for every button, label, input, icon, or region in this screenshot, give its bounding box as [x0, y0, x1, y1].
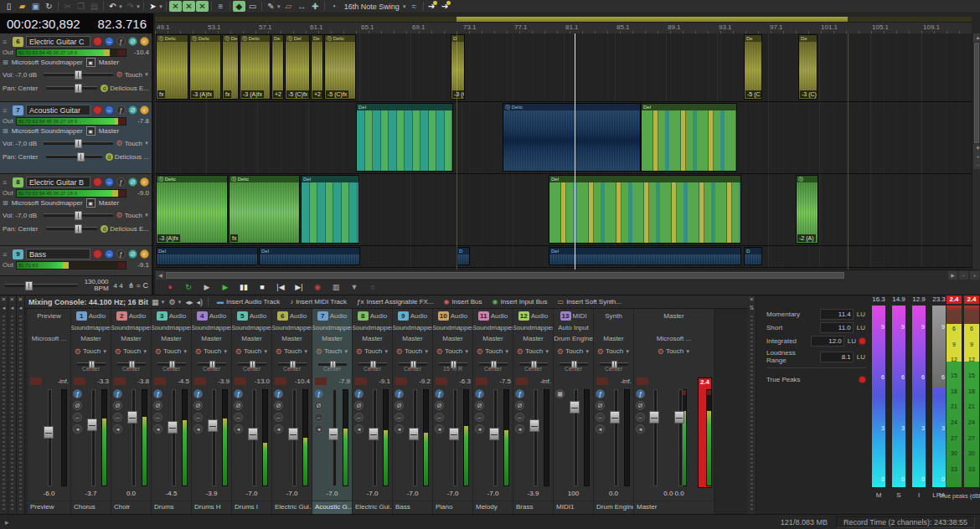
strip-name-label[interactable]: Electric Gui...	[353, 501, 392, 514]
record-arm-button[interactable]	[93, 105, 102, 115]
mixer-strip-electric-gui-[interactable]: 8AudioSoundmapperMaster⚙Touch▼Center-9.1…	[353, 309, 393, 514]
collapse-dock-icon[interactable]: ◂	[17, 304, 24, 312]
strip-automation-gear-icon[interactable]: ⚙	[235, 347, 242, 356]
strip-fader-value[interactable]: -6.0	[28, 490, 70, 500]
strip-peak-value[interactable]: -9.2	[419, 377, 431, 385]
key-display[interactable]: ⋔ = C	[128, 281, 148, 290]
record-arm-button[interactable]	[93, 177, 102, 187]
strip-automation-caret[interactable]: ▼	[625, 349, 630, 354]
strip-pan-row[interactable]: Center	[594, 358, 633, 377]
strip-mute-icon[interactable]: –	[435, 413, 444, 422]
strip-output-row[interactable]: Master	[111, 333, 151, 344]
strip-automation-gear-icon[interactable]: ⚙	[195, 347, 202, 356]
envelope-draw-tool-icon[interactable]: ✕	[196, 1, 209, 12]
audio-clip[interactable]: De-3 (C)	[798, 34, 818, 100]
open-folder-icon[interactable]: ▰	[16, 1, 28, 12]
strip-input-row[interactable]: Soundmapper	[192, 322, 231, 333]
vol-value[interactable]: -7,0 dB	[15, 140, 40, 147]
record-device-label[interactable]: Microsoft Soundmapper	[12, 59, 83, 66]
strip-pan-thumb[interactable]	[250, 361, 255, 368]
strip-pan-slider[interactable]	[560, 362, 588, 366]
bpm-display[interactable]: 130,000 BPM	[85, 279, 109, 292]
strip-route-icon[interactable]: ◂	[435, 424, 444, 434]
timeline-area[interactable]: Ⓓ DelicfxⒹ Delic-3 (A)fxⒹ DefxⒹ Delic-3 …	[155, 33, 972, 270]
swing-select[interactable]: 16th Note Swing	[341, 3, 403, 11]
mute-button[interactable]: –	[105, 177, 114, 187]
audio-clip[interactable]: D	[456, 247, 470, 265]
scroll-right-button[interactable]: ▶	[948, 271, 957, 280]
audio-clip[interactable]: De-5 (C	[744, 34, 762, 100]
normal-edit-tool-icon[interactable]: ➤	[147, 1, 159, 12]
strip-mute-icon[interactable]: –	[193, 413, 203, 422]
strip-automation-row[interactable]: ⚙Touch▼	[111, 344, 151, 358]
strip-phase-icon[interactable]: Ø	[314, 401, 323, 410]
audio-clip[interactable]: De+2	[271, 34, 284, 100]
strip-automation-row[interactable]: ⚙Touch▼	[393, 344, 432, 358]
strip-route-icon[interactable]: ◂	[596, 424, 605, 434]
scroll-left-button[interactable]: ◀	[156, 271, 165, 280]
mixer-strip-melody[interactable]: 11AudioSoundmapperMaster⚙Touch▼Center-7.…	[473, 309, 513, 514]
strip-automation-row[interactable]: ⚙Touch▼	[353, 344, 392, 358]
strip-output-row[interactable]: Master	[393, 333, 432, 344]
bus-label[interactable]: Master	[99, 199, 119, 207]
strip-pan-row[interactable]: 15 % R	[433, 358, 472, 377]
strip-name-label[interactable]: Drums H	[192, 501, 231, 514]
play-from-start-button[interactable]: ▶	[200, 281, 214, 293]
pan-slider[interactable]	[46, 227, 97, 230]
strip-fader-value[interactable]: -4.5	[152, 490, 191, 500]
strip-automation-gear-icon[interactable]: ⚙	[316, 347, 322, 356]
strip-input-row[interactable]: Soundmapper	[272, 322, 312, 333]
playhead[interactable]	[575, 33, 575, 270]
volume-slider[interactable]	[44, 73, 112, 76]
strip-peak-value[interactable]: -3.3	[97, 377, 109, 385]
split-tool-icon[interactable]: ✚	[309, 1, 322, 12]
automation-caret[interactable]: ▼	[144, 72, 149, 77]
dock-grip[interactable]	[11, 316, 13, 511]
strip-fader[interactable]	[570, 389, 580, 486]
loop-playback-button[interactable]: ↻	[182, 281, 195, 293]
strip-peak-value[interactable]: -4.5	[178, 377, 189, 385]
collapse-dock-icon[interactable]: ◂	[0, 304, 8, 312]
strip-fader[interactable]	[127, 389, 137, 486]
undo-icon-caret[interactable]: ▼	[118, 4, 123, 9]
strip-peak-value[interactable]: -3.8	[137, 377, 149, 385]
strip-mute-icon[interactable]: –	[596, 413, 605, 422]
volume-slider-thumb[interactable]	[75, 211, 82, 220]
close-dock-icon[interactable]: ✕	[0, 295, 8, 304]
strip-automation-gear-icon[interactable]: ⚙	[597, 347, 604, 356]
volume-slider-thumb[interactable]	[75, 70, 82, 80]
whats-this-icon[interactable]: ➔	[426, 1, 439, 12]
expand-status-button[interactable]: ▸	[5, 518, 9, 526]
mixer-strip-piano[interactable]: 10AudioSoundmapperMaster⚙Touch▼15 % R-6.…	[433, 309, 473, 514]
strip-pan-thumb[interactable]	[491, 361, 497, 368]
strip-fader[interactable]	[44, 389, 54, 486]
mixer-strip-chorus[interactable]: 1AudioSoundmapperMaster⚙Touch▼Center-3.3…	[71, 309, 111, 514]
strip-fader-value[interactable]: 100	[554, 490, 593, 500]
record-arm-button[interactable]	[93, 249, 102, 259]
strip-fader[interactable]	[409, 389, 419, 486]
strip-mute-icon[interactable]: –	[113, 413, 122, 422]
strip-fader[interactable]	[208, 389, 218, 486]
strip-fx-icon[interactable]: ƒ	[636, 389, 645, 398]
play-button[interactable]: ▶	[219, 281, 232, 293]
strip-mute-icon[interactable]: –	[395, 413, 404, 422]
automation-mode-label[interactable]: Touch	[125, 212, 142, 219]
pan-slider[interactable]	[46, 155, 101, 158]
strip-route-icon[interactable]: ◂	[395, 424, 404, 434]
strip-fx-icon[interactable]: ƒ	[354, 389, 364, 398]
strip-automation-caret[interactable]: ▼	[183, 349, 188, 354]
strip-fader[interactable]	[489, 389, 499, 486]
render-icon[interactable]: ↻	[43, 1, 55, 12]
strip-fader[interactable]	[369, 389, 379, 486]
save-icon[interactable]: ▣	[29, 1, 42, 12]
audio-clip[interactable]: Ⓓ Delicfx	[229, 175, 300, 244]
volume-slider[interactable]	[44, 213, 112, 217]
strip-phase-icon[interactable]: Ø	[153, 401, 162, 410]
swing-select-caret[interactable]: ▼	[402, 4, 407, 9]
strip-pan-row[interactable]: Center	[111, 358, 151, 377]
strip-automation-caret[interactable]: ▼	[464, 349, 469, 354]
strip-route-icon[interactable]: ◂	[475, 424, 484, 434]
fader-thumb[interactable]	[610, 411, 620, 424]
strip-input-row[interactable]: Soundmapper	[111, 322, 151, 333]
strip-pan-slider[interactable]	[117, 362, 146, 366]
